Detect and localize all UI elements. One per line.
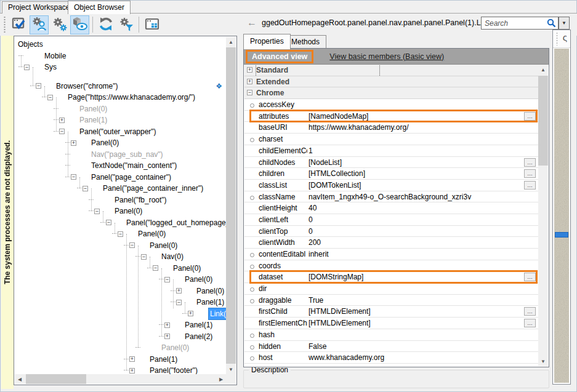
tree-node[interactable]: + Panel(1) ❖: [15, 319, 226, 331]
scroll-up-button[interactable]: ▲: [538, 65, 548, 74]
tree-expander[interactable]: −: [153, 265, 158, 271]
tree-node[interactable]: − Browser("chrome") ❖: [15, 81, 226, 92]
tree-node[interactable]: − Panel(0) ❖: [15, 206, 226, 217]
ellipsis-button[interactable]: …: [524, 273, 536, 281]
basic-view-link[interactable]: View basic members (Basic view): [329, 52, 444, 61]
tab-methods[interactable]: Methods: [284, 35, 326, 49]
tree-expander[interactable]: −: [164, 277, 170, 282]
tree-expander[interactable]: −: [83, 186, 88, 191]
property-row[interactable]: − Chrome …: [244, 87, 538, 99]
property-row[interactable]: clientWidth 200 …: [244, 237, 538, 249]
property-row[interactable]: firstChild [HTMLDivElement] …: [244, 306, 538, 318]
horizontal-scroll-thumb[interactable]: [26, 374, 86, 384]
tree-node[interactable]: + Panel(1) ❖: [15, 354, 226, 366]
window-panel-button[interactable]: [142, 15, 161, 34]
property-row[interactable]: hidden False …: [244, 341, 538, 353]
vertical-scroll-thumb[interactable]: [538, 76, 548, 166]
tree-node[interactable]: − Panel(0) ❖: [15, 263, 226, 274]
tree-expander[interactable]: −: [141, 254, 147, 260]
tree-node[interactable]: Objects ❖: [15, 39, 226, 50]
property-row[interactable]: classList [DOMTokenList] …: [244, 180, 538, 191]
tree-expander[interactable]: −: [36, 83, 41, 89]
tree-node[interactable]: Nav("page_sub_nav") ❖: [15, 149, 226, 161]
tree-node[interactable]: Panel(0) ❖: [15, 103, 226, 115]
tree-expander[interactable]: −: [94, 209, 100, 214]
category-expander[interactable]: +: [247, 67, 252, 73]
gears-user-button[interactable]: [30, 15, 49, 34]
scroll-right-button[interactable]: ▶: [216, 374, 226, 384]
property-row[interactable]: clientHeight 40 …: [244, 202, 538, 214]
property-row[interactable]: firstElementCh [HTMLDivElement] …: [244, 318, 538, 329]
ellipsis-button[interactable]: …: [524, 307, 536, 316]
cube-eye-button[interactable]: [70, 15, 89, 34]
tree-expander[interactable]: +: [129, 368, 135, 374]
tree-node[interactable]: + Panel(0) ❖: [15, 137, 226, 149]
tree-node[interactable]: − Panel("outer_wrapper") ❖: [15, 126, 226, 138]
property-row[interactable]: dataset [DOMStringMap] …: [244, 271, 538, 283]
property-row[interactable]: attributes [NamedNodeMap] …: [244, 111, 538, 122]
property-row[interactable]: + Standard …: [244, 65, 538, 76]
tree-expander[interactable]: +: [176, 288, 182, 294]
category-expander[interactable]: −: [247, 90, 252, 95]
tree-node[interactable]: − Panel("logged_out_homepage_root" ❖: [15, 217, 226, 229]
ellipsis-button[interactable]: …: [524, 169, 536, 178]
property-row[interactable]: children [HTMLCollection] …: [244, 168, 538, 180]
tree-expander[interactable]: −: [129, 242, 135, 248]
tree-node[interactable]: Panel("fb_root") ❖: [15, 194, 226, 206]
grid-vertical-scrollbar[interactable]: ▲ ▼: [538, 65, 548, 366]
tree-node[interactable]: + Panel(2) ❖: [15, 331, 226, 343]
tree-expander[interactable]: +: [164, 322, 170, 328]
ellipsis-button[interactable]: …: [524, 112, 536, 121]
tree-expander[interactable]: +: [71, 140, 76, 146]
category-expander[interactable]: +: [247, 79, 252, 84]
ellipsis-button[interactable]: …: [524, 158, 536, 167]
property-row[interactable]: childElementCo 1 …: [244, 145, 538, 157]
property-row[interactable]: draggable True …: [244, 295, 538, 306]
property-row[interactable]: dir …: [244, 283, 538, 295]
tree-node[interactable]: − Panel(0) ❖: [15, 274, 226, 286]
tree-expander[interactable]: +: [164, 334, 170, 339]
ellipsis-button[interactable]: …: [524, 319, 536, 327]
property-row[interactable]: accessKey …: [244, 99, 538, 111]
tree-node[interactable]: + Panel("footer") ❖: [15, 365, 226, 374]
tree-expander[interactable]: −: [24, 65, 30, 70]
toolbar-grip[interactable]: [3, 17, 6, 33]
property-row[interactable]: clientLeft 0 …: [244, 214, 538, 226]
property-row[interactable]: charset …: [244, 134, 538, 145]
gears-button[interactable]: [50, 15, 69, 34]
property-row[interactable]: contentEditabl inherit …: [244, 249, 538, 260]
tree-expander[interactable]: −: [59, 129, 65, 134]
property-row[interactable]: coords …: [244, 260, 538, 272]
property-row[interactable]: className navItem_1ngxh49-o_O-searchBack…: [244, 191, 538, 203]
tab-project-workspace[interactable]: Project Workspace: [2, 1, 76, 14]
tree-expander[interactable]: −: [47, 95, 53, 100]
tree-node[interactable]: + Panel(1) ❖: [15, 114, 226, 126]
gear-filter-button[interactable]: [116, 15, 135, 34]
scroll-up-button[interactable]: ▲: [226, 37, 236, 47]
property-row[interactable]: clientTop 0 …: [244, 226, 538, 238]
tree-node[interactable]: + Panel(0) ❖: [15, 286, 226, 297]
scroll-down-button[interactable]: ▼: [538, 356, 548, 366]
tree-expander[interactable]: −: [118, 231, 123, 237]
tree-node[interactable]: − Panel(1) ❖: [15, 297, 226, 308]
tree-expander[interactable]: −: [176, 300, 182, 305]
tree-expander[interactable]: −: [106, 220, 111, 225]
tree-node[interactable]: − Nav(0) ❖: [15, 251, 226, 263]
collapsed-panel-grip[interactable]: ς: [553, 30, 570, 48]
tree-node[interactable]: − Sys ❖: [15, 62, 226, 73]
tree-expander[interactable]: +: [129, 356, 135, 362]
refresh-button[interactable]: [96, 15, 115, 34]
tree-horizontal-scrollbar[interactable]: ◀ ▶: [15, 374, 226, 384]
tree-node[interactable]: − Page("https://www.khanacademy.org/") ❖: [15, 92, 226, 103]
tree-node[interactable]: Panel(0) ❖: [15, 342, 226, 354]
tab-object-browser[interactable]: Object Browser: [68, 1, 131, 14]
tree-expander[interactable]: +: [188, 311, 193, 316]
tab-properties[interactable]: Properties: [243, 34, 291, 49]
back-arrow-icon[interactable]: ←: [246, 17, 258, 29]
scroll-down-button[interactable]: ▼: [226, 364, 236, 374]
tree-node[interactable]: − Panel("page_container") ❖: [15, 172, 226, 183]
tree-expander[interactable]: +: [59, 118, 65, 123]
tree-node[interactable]: − Panel(0) ❖: [15, 240, 226, 252]
search-dropdown-button[interactable]: ▼: [559, 17, 570, 30]
window-check-button[interactable]: [9, 15, 28, 34]
